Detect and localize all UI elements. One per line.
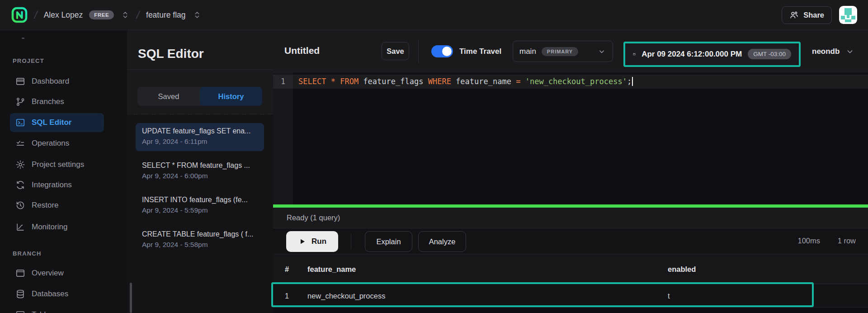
sidebar-item-tables[interactable]: Tables <box>10 305 104 313</box>
sql-keyword: SELECT <box>298 77 326 86</box>
sql-string: 'new_checkout_process' <box>525 77 627 86</box>
run-button-label: Run <box>311 237 326 246</box>
sidebar-item-integrations[interactable]: Integrations <box>10 175 104 194</box>
integrations-icon <box>15 180 25 190</box>
run-button[interactable]: Run <box>286 231 338 252</box>
time-travel-toggle[interactable] <box>431 45 453 57</box>
column-header-feature-name[interactable]: feature_name <box>307 254 356 285</box>
sql-star: * <box>331 77 335 86</box>
plan-badge: FREE <box>89 10 114 19</box>
editor-header: Untitled Save Time Travel main PRIMARY A… <box>273 30 868 72</box>
timezone-badge: GMT -03:00 <box>748 49 791 59</box>
org-switcher-chevrons-icon[interactable] <box>120 9 130 21</box>
sidebar-scrollbar-thumb[interactable] <box>130 283 132 313</box>
results-status-bar: Ready (1 query) <box>273 208 868 228</box>
sql-operator: = <box>516 77 520 86</box>
sidebar-item-databases[interactable]: Databases <box>10 285 104 304</box>
history-query: SELECT * FROM feature_flags ... <box>142 161 258 170</box>
chevron-down-icon <box>845 47 855 57</box>
results-table-header: # feature_name enabled <box>273 254 868 284</box>
sidebar-section-branch: BRANCH <box>13 250 42 257</box>
share-button[interactable]: Share <box>782 6 832 24</box>
tab-history[interactable]: History <box>200 87 262 106</box>
row-feature-name: new_checkout_process <box>307 284 385 308</box>
time-travel-datepicker[interactable]: Apr 09 2024 6:12:00.000 PM GMT -03:00 <box>627 44 797 64</box>
sidebar-item-dashboard[interactable]: Dashboard <box>10 72 104 91</box>
neon-logo-icon[interactable] <box>11 6 28 24</box>
history-list: UPDATE feature_flags SET ena... Apr 9, 2… <box>127 114 273 313</box>
query-tab-title[interactable]: Untitled <box>284 45 320 56</box>
history-query: CREATE TABLE feature_flags ( f... <box>142 230 258 238</box>
sidebar-item-label: Overview <box>32 269 64 278</box>
avatar[interactable] <box>839 6 857 24</box>
branch-name: main <box>519 47 536 56</box>
history-date: Apr 9, 2024 - 6:00pm <box>142 172 258 180</box>
history-item[interactable]: CREATE TABLE feature_flags ( f... Apr 9,… <box>136 226 264 254</box>
sidebar-item-branches[interactable]: Branches <box>10 92 104 111</box>
history-item[interactable]: SELECT * FROM feature_flags ... Apr 9, 2… <box>136 157 264 185</box>
history-query: INSERT INTO feature_flags (fe... <box>142 196 258 204</box>
line-number: 1 <box>273 75 293 89</box>
sidebar-item-operations[interactable]: Operations <box>10 134 104 153</box>
share-button-label: Share <box>803 11 824 19</box>
sidebar-item-overview[interactable]: Overview <box>10 264 104 283</box>
org-name[interactable]: Alex Lopez <box>44 10 83 20</box>
calendar-icon <box>633 49 636 59</box>
database-icon <box>15 289 25 299</box>
history-item[interactable]: UPDATE feature_flags SET ena... Apr 9, 2… <box>136 123 264 151</box>
chevron-down-icon <box>597 47 606 56</box>
editor-gutter <box>273 72 293 204</box>
neon-console: / Alex Lopez FREE / feature flag Share <box>0 0 868 313</box>
restore-clock-icon <box>15 200 25 210</box>
history-date: Apr 9, 2024 - 6:11pm <box>142 138 258 146</box>
monitoring-chart-icon <box>15 222 25 232</box>
branch-select[interactable]: main PRIMARY <box>513 41 613 62</box>
text-cursor <box>632 77 633 86</box>
column-header-index[interactable]: # <box>285 254 289 285</box>
sidebar-item-label: Tables <box>32 310 54 313</box>
breadcrumb-separator: / <box>33 9 39 21</box>
operations-icon <box>15 138 25 148</box>
table-icon <box>15 310 25 313</box>
users-icon <box>789 10 799 20</box>
sql-semicolon: ; <box>627 77 632 86</box>
project-name[interactable]: feature flag <box>146 10 186 20</box>
sidebar-item-label: Monitoring <box>32 223 67 232</box>
project-switcher-chevrons-icon[interactable] <box>192 9 202 21</box>
history-item[interactable]: INSERT INTO feature_flags (fe... Apr 9, … <box>136 192 264 220</box>
save-button[interactable]: Save <box>382 42 409 60</box>
panel-tabs-block: Saved History <box>127 70 273 114</box>
database-name: neondb <box>812 47 840 56</box>
analyze-button[interactable]: Analyze <box>418 231 466 252</box>
panel-title: SQL Editor <box>138 47 204 61</box>
top-bar: / Alex Lopez FREE / feature flag Share <box>0 0 868 30</box>
gear-icon <box>15 160 25 170</box>
panel-title-block: SQL Editor <box>127 30 273 70</box>
tab-saved[interactable]: Saved <box>137 87 200 106</box>
overview-icon <box>15 268 25 278</box>
scrolled-item-remnant <box>22 38 24 39</box>
sidebar-item-sql-editor[interactable]: SQL Editor <box>10 113 104 132</box>
code-line: 1 SELECT * FROM feature_flags WHERE feat… <box>273 75 868 89</box>
results-toolbar: Run Explain Analyze 100ms 1 row <box>273 228 868 254</box>
git-branch-icon <box>15 97 25 107</box>
database-select[interactable]: neondb <box>812 30 855 72</box>
table-row[interactable]: 1 new_checkout_process t <box>273 284 868 308</box>
sidebar: PROJECT Dashboard Branches SQL Editor Op… <box>0 30 127 313</box>
sidebar-item-restore[interactable]: Restore <box>10 196 104 215</box>
breadcrumb-separator: / <box>135 9 141 21</box>
sql-keyword: FROM <box>340 77 359 86</box>
primary-badge: PRIMARY <box>542 47 578 56</box>
results-resize-handle[interactable] <box>273 204 868 208</box>
dashboard-icon <box>15 76 25 86</box>
code-editor[interactable]: 1 SELECT * FROM feature_flags WHERE feat… <box>273 72 868 204</box>
query-status: Ready (1 query) <box>287 213 340 222</box>
row-count: 1 row <box>838 237 856 245</box>
column-header-enabled[interactable]: enabled <box>668 254 696 285</box>
top-bar-actions: Share <box>782 6 857 24</box>
sql-editor-icon <box>15 118 25 128</box>
sidebar-item-monitoring[interactable]: Monitoring <box>10 218 104 237</box>
explain-button[interactable]: Explain <box>365 231 412 252</box>
sidebar-item-label: Dashboard <box>32 77 69 86</box>
sidebar-item-project-settings[interactable]: Project settings <box>10 155 104 174</box>
